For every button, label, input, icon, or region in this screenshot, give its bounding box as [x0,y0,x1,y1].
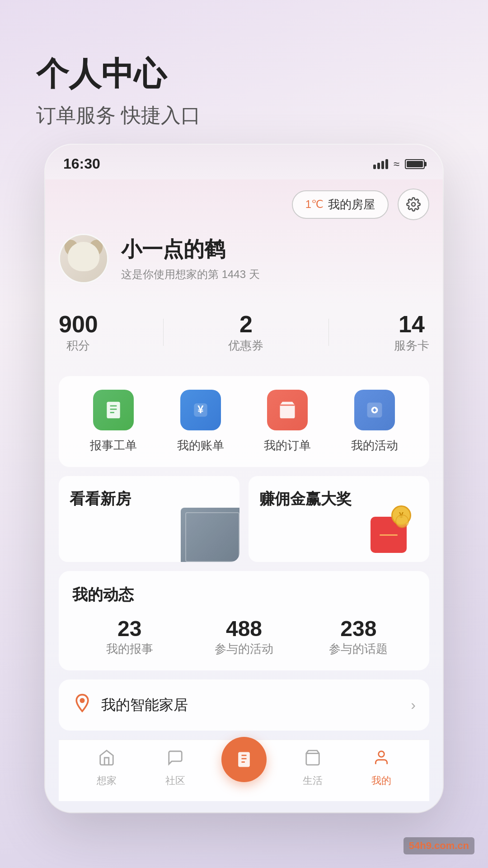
app-content: 1℃ 我的房屋 [45,179,443,812]
svg-point-9 [80,698,85,703]
settings-button[interactable] [398,189,429,220]
stat-label-points: 积分 [66,339,90,352]
top-bar: 1℃ 我的房屋 [59,189,429,220]
service-item-repair[interactable]: 报事工单 [72,390,155,453]
nav-label-community: 社区 [165,774,185,788]
house-btn-icon: 1℃ [305,198,324,211]
nav-label-home: 想家 [97,774,117,788]
smart-home-section[interactable]: 我的智能家居 › [59,679,429,731]
life-icon [304,749,321,770]
page-title: 个人中心 [36,54,452,93]
nav-item-life[interactable]: 生活 [278,749,347,788]
stat-label-coupons: 优惠券 [228,339,263,352]
profile-section: 小一点的鹤 这是你使用想家的第 1443 天 [59,234,429,283]
activity-stat-reports[interactable]: 23 我的报事 [72,616,187,657]
nav-item-community[interactable]: 社区 [141,749,210,788]
home-icon [98,749,115,770]
activity-label-reports: 我的报事 [106,642,153,656]
wifi-icon: ≈ [394,158,399,170]
stat-item-points[interactable]: 900 积分 [59,311,98,354]
profile-info: 小一点的鹤 这是你使用想家的第 1443 天 [121,236,429,282]
service-grid: 报事工单 ¥ 我的账单 [72,390,416,453]
service-item-bill[interactable]: ¥ 我的账单 [160,390,242,453]
chevron-right-icon: › [411,697,416,713]
activity-stats: 23 我的报事 488 参与的活动 238 参与的话题 [72,616,416,657]
nav-label-life: 生活 [303,774,323,788]
service-card: 报事工单 ¥ 我的账单 [59,376,429,467]
svg-text:¥: ¥ [197,403,204,415]
center-button[interactable] [221,737,267,782]
promo-gift-image: ¥ [366,508,425,562]
nav-label-mine: 我的 [371,774,391,788]
smart-home-icon [72,693,92,717]
promo-card-earn[interactable]: 赚佣金赢大奖 ¥ [249,476,429,562]
svg-rect-1 [107,402,120,419]
service-label-repair: 报事工单 [90,438,137,453]
page-background: 个人中心 订单服务 快捷入口 16:30 ≈ [0,0,488,147]
smart-home-left: 我的智能家居 [72,693,188,717]
service-label-bill: 我的账单 [177,438,224,453]
svg-point-0 [412,203,415,206]
status-icons: ≈ [373,158,425,170]
community-icon [167,749,184,770]
activity-number-activities: 488 [187,616,301,641]
service-item-order[interactable]: 我的订单 [246,390,329,453]
smart-home-label: 我的智能家居 [101,695,188,715]
status-time: 16:30 [63,156,100,172]
stat-number-points: 900 [59,311,98,338]
promo-title-earn: 赚佣金赢大奖 [259,489,418,509]
activity-stat-topics[interactable]: 238 参与的话题 [301,616,416,657]
house-button[interactable]: 1℃ 我的房屋 [292,190,389,219]
stat-number-coupons: 2 [228,311,263,338]
status-bar: 16:30 ≈ [45,145,443,179]
house-btn-label: 我的房屋 [328,197,375,212]
service-label-order: 我的订单 [264,438,311,453]
profile-name: 小一点的鹤 [121,236,429,264]
mine-icon [373,749,390,770]
signal-icon [373,159,388,169]
page-subtitle: 订单服务 快捷入口 [36,102,452,129]
svg-rect-10 [238,752,250,767]
svg-point-12 [379,751,385,757]
stat-label-cards: 服务卡 [394,339,429,352]
stat-item-coupons[interactable]: 2 优惠券 [228,311,263,354]
activity-label-topics: 参与的话题 [329,642,388,656]
activity-number-reports: 23 [72,616,187,641]
promo-card-new-house[interactable]: 看看新房 [59,476,239,562]
activity-section: 我的动态 23 我的报事 488 参与的活动 238 参与的话题 [59,571,429,670]
promo-building-image [181,508,239,562]
nav-center [210,755,278,782]
service-item-activity[interactable]: 我的活动 [333,390,416,453]
stat-item-cards[interactable]: 14 服务卡 [394,311,429,354]
activity-stat-activities[interactable]: 488 参与的活动 [187,616,301,657]
phone-mockup: 16:30 ≈ 1℃ 我的房屋 [45,145,443,812]
watermark: 54h9.com.cn [404,837,474,854]
promo-section: 看看新房 赚佣金赢大奖 ¥ [59,476,429,562]
activity-section-title: 我的动态 [72,585,416,605]
profile-days: 这是你使用想家的第 1443 天 [121,267,429,282]
bottom-nav: 想家 社区 [59,740,429,801]
promo-title-new-house: 看看新房 [70,489,229,509]
service-label-activity: 我的活动 [351,438,398,453]
activity-label-activities: 参与的活动 [215,642,273,656]
stat-number-cards: 14 [394,311,429,338]
avatar [59,234,108,283]
nav-item-home[interactable]: 想家 [72,749,141,788]
page-header: 个人中心 订单服务 快捷入口 [0,0,488,147]
battery-icon [405,159,425,169]
activity-number-topics: 238 [301,616,416,641]
nav-item-mine[interactable]: 我的 [347,749,416,788]
stats-section: 900 积分 2 优惠券 14 服务卡 [59,302,429,363]
